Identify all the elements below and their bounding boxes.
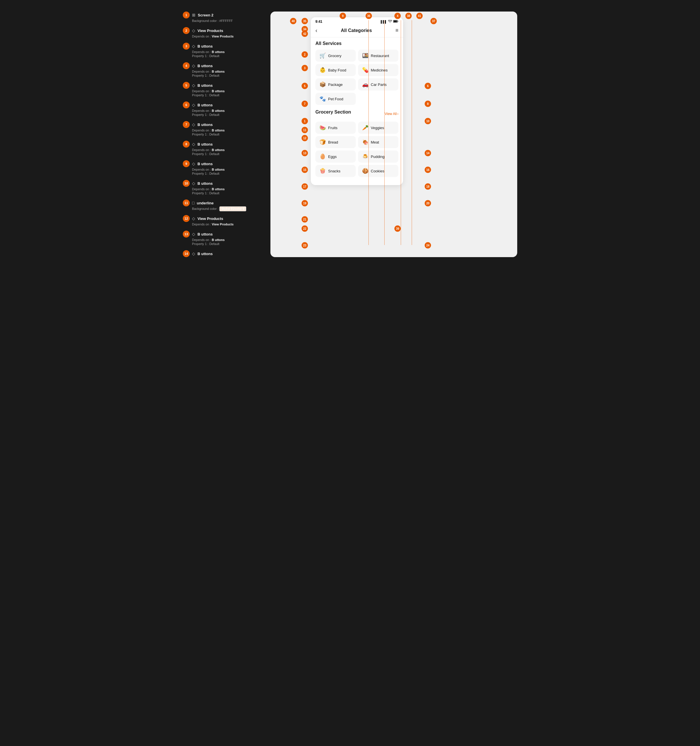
grocery-section-header: Grocery Section View All › (315, 110, 399, 118)
badge-1: 1 (183, 12, 190, 18)
title-14: B uttons (197, 252, 213, 256)
service-fruits[interactable]: 🍉 Fruits (315, 122, 356, 134)
left-panel: 1 ⊞ Screen 2 Background color : #FFFFFF … (183, 12, 263, 257)
anno-16: 16 (425, 167, 431, 173)
bread-label: Bread (328, 140, 338, 144)
right-panel: 40 35 9 36 4 38 41 37 34 42 2 3 5 6 7 8 … (270, 12, 517, 257)
eggs-label: Eggs (328, 155, 337, 159)
service-pudding[interactable]: 🍮 Pudding (358, 150, 399, 162)
title-11: underline (197, 201, 214, 205)
badge-3: 3 (183, 43, 190, 50)
badge-13: 13 (183, 231, 190, 238)
left-item-1: 1 ⊞ Screen 2 Background color : #FFFFFF (183, 12, 263, 23)
sub-4a: Depends on : B uttons (183, 70, 263, 73)
service-eggs[interactable]: 🥚 Eggs (315, 150, 356, 162)
view-all-button[interactable]: View All › (385, 112, 399, 116)
anno-2: 2 (301, 51, 308, 58)
sub-8b: Property 1 : Default (183, 152, 263, 156)
grocery-grid: 🍉 Fruits 🥕 Veggies 🍞 Bread 🍖 Meat (315, 122, 399, 177)
view-all-label: View All (385, 112, 397, 116)
badge-9: 9 (183, 160, 190, 167)
restaurant-emoji: 🍱 (362, 53, 369, 59)
anno-38: 38 (405, 13, 412, 19)
menu-button[interactable]: ≡ (395, 27, 399, 33)
anno-35: 35 (301, 18, 308, 24)
status-icons: ▌▌▌ (381, 20, 399, 23)
service-car-parts[interactable]: 🚗 Car Parts (358, 78, 399, 90)
fruits-label: Fruits (328, 126, 337, 130)
left-item-6: 6 ◇ B uttons Depends on : B uttons Prope… (183, 101, 263, 116)
left-item-4: 4 ◇ B uttons Depends on : B uttons Prope… (183, 62, 263, 77)
anno-24: 24 (425, 242, 431, 248)
anno-42: 42 (301, 30, 308, 37)
anno-15: 15 (301, 167, 308, 173)
back-button[interactable]: ‹ (315, 27, 318, 34)
view-all-chevron: › (397, 112, 399, 116)
anno-37: 37 (431, 18, 437, 24)
anno-3: 3 (301, 65, 308, 71)
pudding-label: Pudding (371, 155, 385, 159)
wifi-icon (388, 20, 392, 23)
title-1: Screen 2 (198, 13, 213, 17)
anno-14: 14 (425, 150, 431, 156)
anno-11: 11 (301, 127, 308, 133)
baby-food-emoji: 👶 (319, 67, 326, 73)
anno-5: 5 (301, 83, 308, 89)
icon-3: ◇ (192, 44, 195, 48)
icon-13: ◇ (192, 232, 195, 236)
sub-8a: Depends on : B uttons (183, 148, 263, 152)
badge-6: 6 (183, 101, 190, 108)
anno-10: 10 (425, 118, 431, 124)
badge-7: 7 (183, 121, 190, 128)
service-restaurant[interactable]: 🍱 Restaurant (358, 50, 399, 62)
sub-3a: Depends on : B uttons (183, 50, 263, 54)
anno-6: 6 (425, 83, 431, 89)
anno-20: 20 (425, 200, 431, 206)
anno-12: 12 (301, 135, 308, 141)
left-item-8: 8 ◇ B uttons Depends on : B uttons Prope… (183, 141, 263, 156)
service-baby-food[interactable]: 👶 Baby Food (315, 64, 356, 76)
title-9: B uttons (197, 162, 213, 166)
anno-39: 39 (394, 226, 401, 232)
service-medicines[interactable]: 💊 Medicines (358, 64, 399, 76)
medicines-label: Medicines (371, 68, 388, 72)
package-emoji: 📦 (319, 81, 326, 88)
left-item-7: 7 ◇ B uttons Depends on : B uttons Prope… (183, 121, 263, 136)
title-2: View Products (197, 29, 223, 33)
meat-label: Meat (371, 140, 379, 144)
anno-19: 19 (301, 200, 308, 206)
badge-11: 11 (183, 200, 190, 206)
sub-7a: Depends on : B uttons (183, 129, 263, 132)
grocery-emoji: 🛒 (319, 53, 326, 59)
service-snacks[interactable]: 🍿 Snacks (315, 165, 356, 177)
outer-container: 1 ⊞ Screen 2 Background color : #FFFFFF … (177, 6, 523, 263)
service-cookies[interactable]: 🍪 Cookies (358, 165, 399, 177)
service-veggies[interactable]: 🥕 Veggies (358, 122, 399, 134)
sub-6a: Depends on : B uttons (183, 109, 263, 113)
service-grocery[interactable]: 🛒 Grocery (315, 50, 356, 62)
anno-17: 17 (301, 183, 308, 190)
service-pet-food[interactable]: 🐾 Pet Food (315, 93, 356, 105)
package-label: Package (328, 83, 343, 87)
status-bar: 9:41 ▌▌▌ (311, 17, 403, 25)
service-bread[interactable]: 🍞 Bread (315, 136, 356, 148)
sub-9b: Property 1 : Default (183, 172, 263, 175)
icon-4: ◇ (192, 63, 195, 68)
badge-12: 12 (183, 215, 190, 222)
anno-36: 36 (366, 13, 372, 19)
badge-10: 10 (183, 180, 190, 187)
snacks-label: Snacks (328, 169, 340, 173)
service-package[interactable]: 📦 Package (315, 78, 356, 90)
icon-9: ◇ (192, 161, 195, 166)
color-badge-11: Stylist 01/color 6 (220, 206, 246, 211)
battery-icon (393, 20, 399, 23)
snacks-emoji: 🍿 (319, 168, 326, 174)
icon-7: ◇ (192, 122, 195, 127)
grocery-label: Grocery (328, 54, 341, 58)
title-7: B uttons (197, 122, 213, 127)
left-item-12: 12 ◇ View Products Depends on : View Pro… (183, 215, 263, 226)
icon-14: ◇ (192, 251, 195, 256)
service-meat[interactable]: 🍖 Meat (358, 136, 399, 148)
phone-header: ‹ All Categories ≡ (311, 25, 403, 38)
status-time: 9:41 (315, 20, 322, 24)
